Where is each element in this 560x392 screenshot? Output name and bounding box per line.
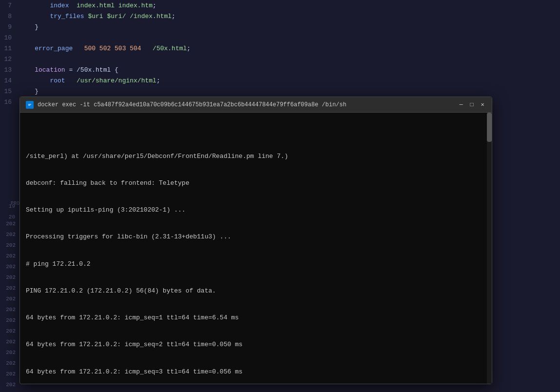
terminal-line-8: 64 bytes from 172.21.0.2: icmp_seq=2 ttl… (26, 340, 479, 350)
code-editor: 7 index index.html index.htm; 8 try_file… (0, 0, 560, 107)
terminal-line-9: 64 bytes from 172.21.0.2: icmp_seq=3 ttl… (26, 368, 479, 377)
terminal-window: docker exec -it c5a487f92a4ed10a70c09b6c… (19, 97, 492, 384)
terminal-icon (26, 101, 34, 109)
terminal-controls: ─ □ ✕ (458, 101, 486, 108)
maximize-button[interactable]: □ (468, 101, 475, 108)
editor-line-8: 8 try_files $uri $uri/ /index.html; (0, 11, 560, 21)
proc-label: PRO (11, 201, 19, 206)
minimize-button[interactable]: ─ (458, 101, 464, 108)
terminal-titlebar: docker exec -it c5a487f92a4ed10a70c09b6c… (20, 97, 492, 113)
terminal-line-7: 64 bytes from 172.21.0.2: icmp_seq=1 ttl… (26, 314, 479, 323)
terminal-line-1: /site_perl) at /usr/share/perl5/Debconf/… (26, 152, 479, 161)
terminal-scrollbar-thumb[interactable] (487, 113, 492, 142)
terminal-line-5: # ping 172.21.0.2 (26, 260, 479, 269)
editor-line-7: 7 index index.html index.htm; (0, 0, 560, 11)
editor-line-10: 10 (0, 32, 560, 43)
editor-line-11: 11 error_page 500 502 503 504 /50x.html; (0, 43, 560, 54)
editor-line-12: 12 (0, 54, 560, 64)
editor-line-14: 14 root /usr/share/nginx/html; (0, 75, 560, 86)
terminal-scrollbar[interactable] (487, 113, 492, 384)
svg-rect-0 (27, 103, 32, 107)
terminal-content: /site_perl) at /usr/share/perl5/Debconf/… (26, 134, 486, 384)
close-button[interactable]: ✕ (479, 101, 486, 108)
terminal-line-4: Processing triggers for libc-bin (2.31-1… (26, 233, 479, 242)
terminal-title-text: docker exec -it c5a487f92a4ed10a70c09b6c… (38, 101, 454, 108)
terminal-line-6: PING 172.21.0.2 (172.21.0.2) 56(84) byte… (26, 287, 479, 296)
terminal-line-3: Setting up iputils-ping (3:20210202-1) .… (26, 206, 479, 215)
editor-line-9: 9 } (0, 21, 560, 32)
terminal-body[interactable]: /site_perl) at /usr/share/perl5/Debconf/… (20, 113, 492, 384)
editor-line-13: 13 location = /50x.html { (0, 64, 560, 75)
terminal-line-2: debconf: falling back to frontend: Telet… (26, 179, 479, 188)
editor-line-15: 15 } (0, 86, 560, 97)
